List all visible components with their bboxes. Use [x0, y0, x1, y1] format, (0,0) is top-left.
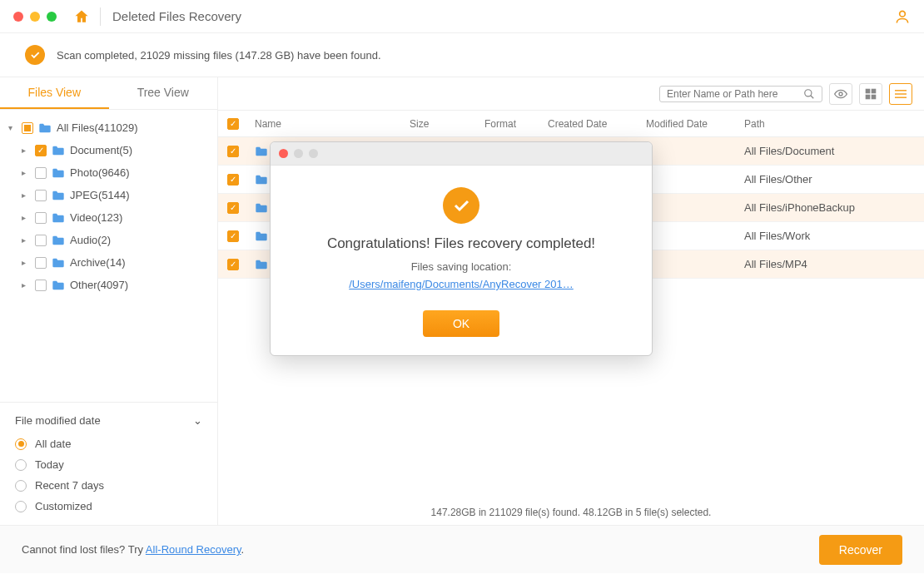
zoom-window-button[interactable] [47, 12, 57, 22]
close-dialog-button[interactable] [279, 149, 288, 158]
date-filter: File modified date ⌄ All dateTodayRecent… [0, 402, 217, 525]
folder-icon [52, 257, 65, 269]
table-header: ✓ Name Size Format Created Date Modified… [218, 111, 924, 137]
window-titlebar: Deleted Files Recovery [0, 0, 924, 33]
list-view-icon[interactable] [889, 83, 912, 105]
chevron-right-icon: ▸ [22, 213, 30, 222]
check-icon [25, 45, 45, 65]
page-title: Deleted Files Recovery [112, 9, 241, 23]
row-checkbox[interactable]: ✓ [227, 174, 239, 186]
preview-icon[interactable] [829, 83, 852, 105]
svg-point-1 [805, 89, 812, 96]
col-created[interactable]: Created Date [548, 118, 646, 130]
search-icon[interactable] [803, 88, 815, 100]
tree-item[interactable]: ▸ JPEG(5144) [0, 184, 217, 206]
chevron-right-icon: ▸ [22, 168, 30, 177]
svg-rect-6 [872, 94, 877, 99]
tree-item[interactable]: ▸ Video(123) [0, 206, 217, 229]
filter-option-label: All date [35, 438, 71, 450]
grid-view-icon[interactable] [859, 83, 882, 105]
chevron-right-icon: ▸ [22, 258, 30, 267]
dialog-subtitle: Files saving location: [287, 260, 635, 273]
tree-item[interactable]: ▸ Archive(14) [0, 251, 217, 274]
checkbox[interactable] [35, 190, 47, 201]
col-size[interactable]: Size [410, 118, 484, 130]
scan-status-text: Scan completed, 21029 missing files (147… [57, 49, 381, 62]
chevron-right-icon: ▸ [22, 191, 30, 200]
radio[interactable] [15, 480, 27, 492]
radio[interactable] [15, 459, 27, 471]
folder-icon [52, 145, 65, 156]
tab-tree-view[interactable]: Tree View [109, 77, 218, 109]
file-tree: ▾ All Files(411029) ▸ ✓ Document(5)▸ Pho… [0, 110, 217, 303]
tree-item-label: Archive(14) [70, 256, 125, 269]
tree-item[interactable]: ▸ ✓ Document(5) [0, 139, 217, 161]
minimize-window-button[interactable] [30, 12, 40, 22]
tree-item[interactable]: ▸ Photo(9646) [0, 161, 217, 184]
search-input[interactable] [667, 88, 803, 100]
row-checkbox[interactable]: ✓ [227, 202, 239, 214]
tree-root[interactable]: ▾ All Files(411029) [0, 116, 217, 139]
filter-option[interactable]: Today [15, 454, 202, 475]
filter-option-label: Customized [35, 500, 92, 512]
chevron-down-icon[interactable]: ⌄ [193, 414, 202, 427]
filter-option[interactable]: All date [15, 433, 202, 454]
tree-item-label: Photo(9646) [70, 166, 130, 179]
svg-point-2 [839, 92, 842, 96]
filter-option[interactable]: Recent 7 days [15, 475, 202, 496]
chevron-right-icon: ▸ [22, 146, 30, 155]
tree-item-label: Other(4097) [70, 279, 128, 291]
cell-modified: -- [646, 145, 744, 157]
filter-title: File modified date [15, 414, 101, 427]
tree-item[interactable]: ▸ Audio(2) [0, 229, 217, 251]
col-path[interactable]: Path [744, 118, 924, 130]
window-controls [13, 12, 57, 22]
checkbox[interactable] [22, 122, 33, 134]
col-format[interactable]: Format [484, 118, 548, 130]
row-checkbox[interactable]: ✓ [227, 146, 239, 157]
footer: Cannot find lost files? Try All-Round Re… [0, 525, 924, 573]
tree-item[interactable]: ▸ Other(4097) [0, 274, 217, 296]
checkbox[interactable]: ✓ [35, 145, 47, 156]
divider [100, 7, 101, 26]
col-modified[interactable]: Modified Date [646, 118, 744, 130]
tree-item-label: Audio(2) [70, 234, 111, 246]
col-name[interactable]: Name [248, 118, 410, 130]
row-checkbox[interactable]: ✓ [227, 230, 239, 242]
folder-icon [52, 167, 65, 179]
footer-hint: Cannot find lost files? Try All-Round Re… [22, 543, 244, 556]
home-icon[interactable] [73, 8, 90, 25]
select-all-checkbox[interactable]: ✓ [227, 118, 239, 130]
checkbox[interactable] [35, 235, 47, 246]
cell-modified: -- [646, 230, 744, 242]
scan-status-bar: Scan completed, 21029 missing files (147… [0, 33, 924, 77]
checkbox[interactable] [35, 280, 47, 291]
folder-icon [52, 190, 65, 201]
close-window-button[interactable] [13, 12, 23, 22]
view-tabs: Files View Tree View [0, 77, 217, 110]
user-icon[interactable] [894, 8, 911, 25]
saved-path-link[interactable]: /Users/maifeng/Documents/AnyRecover 201… [349, 278, 574, 290]
filter-option-label: Today [35, 458, 64, 471]
tab-files-view[interactable]: Files View [0, 77, 109, 109]
radio[interactable] [15, 438, 27, 450]
radio[interactable] [15, 501, 27, 512]
svg-rect-3 [866, 88, 871, 93]
cell-path: All Files/Document [744, 145, 924, 157]
tree-item-label: JPEG(5144) [70, 189, 130, 201]
search-box[interactable] [659, 86, 822, 102]
row-checkbox[interactable]: ✓ [227, 259, 239, 270]
recover-button[interactable]: Recover [819, 535, 902, 565]
checkbox[interactable] [35, 167, 47, 179]
checkbox[interactable] [35, 212, 47, 224]
ok-button[interactable]: OK [423, 310, 499, 337]
cell-path: All Files/iPhoneBackup [744, 201, 924, 214]
all-round-recovery-link[interactable]: All-Round Recovery [146, 543, 241, 556]
chevron-right-icon: ▸ [22, 235, 30, 245]
folder-icon [38, 122, 52, 134]
checkbox[interactable] [35, 257, 47, 269]
dialog-titlebar [271, 142, 652, 166]
tree-item-label: Document(5) [70, 144, 132, 156]
filter-option[interactable]: Customized [15, 496, 202, 517]
tree-root-label: All Files(411029) [57, 121, 138, 134]
